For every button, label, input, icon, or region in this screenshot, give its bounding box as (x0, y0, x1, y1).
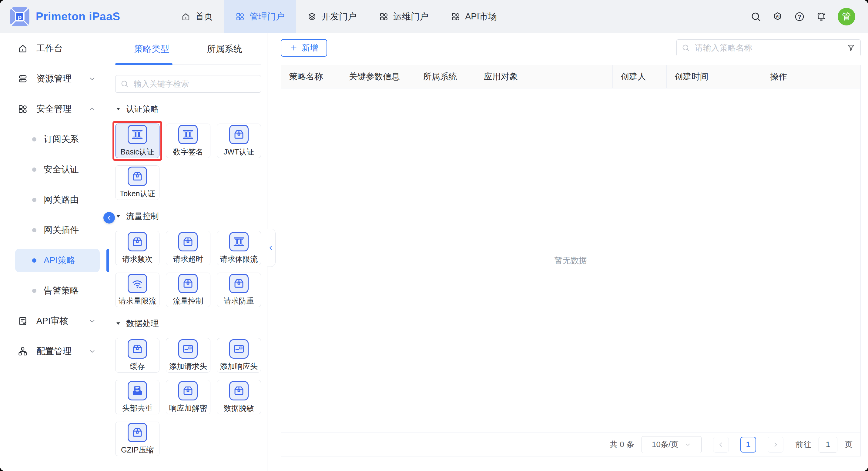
bullet-icon (32, 168, 36, 172)
column-header-操作[interactable]: 操作 (762, 65, 861, 88)
page-size-value: 10条/页 (652, 439, 679, 450)
policy-card-请求频次[interactable]: 请求频次 (115, 231, 159, 265)
grid-icon (235, 12, 245, 22)
tab-策略类型[interactable]: 策略类型 (115, 33, 188, 65)
sidebar-collapse-toggle[interactable] (103, 212, 115, 224)
home-icon (181, 12, 191, 22)
inbox-icon (128, 381, 147, 400)
policy-table: 策略名称关键参数信息所属系统应用对象创建人创建时间操作 暂无数据 共 0 条 1… (281, 65, 861, 457)
sidebar-item-label: 工作台 (36, 42, 63, 55)
sidebar-item-工作台[interactable]: 工作台 (0, 33, 109, 64)
sidebar-item-配置管理[interactable]: 配置管理 (0, 336, 109, 367)
policy-card-数据脱敏[interactable]: 数据脱敏 (217, 380, 261, 414)
section-title-流量控制[interactable]: 流量控制 (115, 211, 261, 222)
search-icon[interactable] (750, 11, 761, 22)
body-row: 工作台资源管理安全管理订阅关系安全认证网关路由网关插件API策略告警策略API审… (0, 33, 868, 471)
sidebar-item-告警策略[interactable]: 告警策略 (0, 276, 109, 306)
caret-down-icon (115, 321, 121, 327)
box-icon (128, 232, 147, 251)
add-policy-label: 新增 (302, 42, 318, 53)
policy-card-添加请求头[interactable]: 添加请求头 (166, 338, 210, 373)
column-header-创建人[interactable]: 创建人 (613, 65, 666, 88)
nav-item-首页[interactable]: 首页 (170, 0, 224, 33)
card-icon (229, 339, 249, 359)
policy-card-缓存[interactable]: 缓存 (115, 338, 159, 373)
policy-card-头部去重[interactable]: 头部去重 (115, 380, 159, 414)
sidebar-item-label: 资源管理 (36, 73, 71, 85)
policy-card-数字签名[interactable]: 数字签名 (166, 124, 210, 158)
sidebar-item-API审核[interactable]: API审核 (0, 306, 109, 336)
help-icon[interactable]: ? (794, 11, 805, 22)
filter-icon[interactable] (846, 43, 856, 53)
wifi-icon (128, 274, 147, 293)
bullet-icon (32, 137, 36, 141)
policy-card-JWT认证[interactable]: JWT认证 (217, 124, 261, 158)
column-header-策略名称[interactable]: 策略名称 (281, 65, 341, 88)
panel-search-input[interactable] (133, 79, 256, 89)
user-avatar[interactable]: 管 (838, 8, 855, 26)
section-title-数据处理[interactable]: 数据处理 (115, 318, 261, 329)
policy-card-Basic认证[interactable]: Basic认证 (115, 124, 159, 158)
policy-card-GZIP压缩[interactable]: GZIP压缩 (115, 422, 159, 456)
sidebar-item-订阅关系[interactable]: 订阅关系 (0, 124, 109, 155)
panel-search-box[interactable] (115, 75, 261, 93)
chevron-down-icon (88, 317, 96, 325)
tab-所属系统[interactable]: 所属系统 (188, 33, 261, 65)
policy-card-label: JWT认证 (223, 147, 254, 157)
column-header-创建时间[interactable]: 创建时间 (666, 65, 762, 88)
page-size-select[interactable]: 10条/页 (642, 436, 702, 453)
add-policy-button[interactable]: 新增 (281, 39, 327, 57)
prev-page-button[interactable] (713, 437, 729, 452)
policy-card-label: 缓存 (130, 361, 145, 371)
policy-search-input[interactable] (694, 43, 842, 53)
section-title-认证策略[interactable]: 认证策略 (115, 104, 261, 114)
ai-icon[interactable]: AI (772, 11, 783, 22)
policy-card-Token认证[interactable]: Token认证 (115, 165, 159, 200)
nav-item-运维门户[interactable]: 运维门户 (368, 0, 440, 33)
policy-card-请求体限流[interactable]: 请求体限流 (217, 231, 261, 265)
sidebar-item-label: 配置管理 (36, 345, 71, 358)
nav-item-管理门户[interactable]: 管理门户 (224, 0, 296, 33)
sidebar-item-API策略[interactable]: API策略 (0, 245, 109, 276)
search-icon (120, 80, 129, 88)
bridge-icon (229, 232, 249, 251)
header-actions: AI?管 (750, 0, 868, 33)
goto-page-input[interactable] (818, 437, 837, 452)
bell-icon[interactable] (816, 11, 827, 22)
next-page-button[interactable] (768, 437, 783, 452)
page-number-button[interactable]: 1 (740, 437, 756, 452)
policy-card-请求量限流[interactable]: 请求量限流 (115, 273, 159, 307)
policy-card-请求超时[interactable]: 请求超时 (166, 231, 210, 265)
sidebar-item-网关路由[interactable]: 网关路由 (0, 185, 109, 215)
toolbar: 新增 (281, 39, 861, 57)
policy-card-请求防重[interactable]: 请求防重 (217, 273, 261, 307)
column-header-所属系统[interactable]: 所属系统 (415, 65, 476, 88)
sidebar-item-资源管理[interactable]: 资源管理 (0, 64, 109, 94)
section-title-label: 数据处理 (126, 318, 159, 329)
chevron-down-icon (685, 441, 691, 448)
chevron-down-icon (88, 75, 96, 83)
nav-item-开发门户[interactable]: 开发门户 (296, 0, 368, 33)
policy-card-label: 请求超时 (173, 254, 203, 264)
caret-down-icon (115, 106, 121, 112)
table-body: 暂无数据 (281, 89, 861, 433)
panel-collapse-toggle[interactable] (267, 229, 276, 267)
box-icon (229, 125, 249, 144)
svg-text:?: ? (798, 14, 801, 20)
sidebar-item-网关插件[interactable]: 网关插件 (0, 215, 109, 245)
column-header-关键参数信息[interactable]: 关键参数信息 (341, 65, 415, 88)
grid-icon (18, 104, 28, 114)
chevron-down-icon (88, 347, 96, 355)
policy-card-响应加解密[interactable]: 响应加解密 (166, 380, 210, 414)
policy-card-添加响应头[interactable]: 添加响应头 (217, 338, 261, 373)
policy-search-box[interactable] (676, 39, 861, 56)
sidebar-item-安全认证[interactable]: 安全认证 (0, 155, 109, 185)
box-icon (229, 381, 249, 400)
org-icon (18, 346, 28, 357)
column-header-应用对象[interactable]: 应用对象 (476, 65, 613, 88)
sidebar-item-安全管理[interactable]: 安全管理 (0, 94, 109, 124)
table-header: 策略名称关键参数信息所属系统应用对象创建人创建时间操作 (281, 65, 861, 89)
policy-card-流量控制[interactable]: 流量控制 (166, 273, 210, 307)
policy-sections: 认证策略Basic认证数字签名JWT认证Token认证流量控制请求频次请求超时请… (115, 104, 261, 456)
nav-item-API市场[interactable]: API市场 (440, 0, 508, 33)
